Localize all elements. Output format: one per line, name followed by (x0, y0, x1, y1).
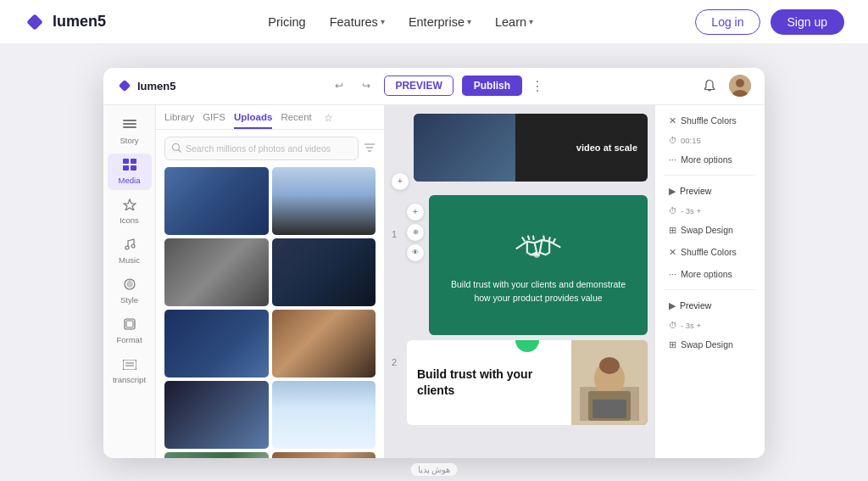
media-thumb-6[interactable] (272, 310, 376, 378)
swap-icon: ⊞ (669, 225, 676, 236)
more-options-btn-0[interactable]: ··· More options (664, 151, 756, 168)
swap-design-btn[interactable]: ⊞ Swap Design (664, 221, 756, 239)
preview-button[interactable]: PREVIEW (384, 76, 453, 96)
svg-rect-5 (123, 120, 136, 121)
sidebar-story-label: Story (120, 136, 138, 145)
slide-controls-0: + (392, 114, 409, 190)
editor-topbar: lumen5 ↩ ↪ PREVIEW Publish ⋮ (103, 68, 765, 105)
navbar-logo[interactable]: lumen5 (24, 11, 106, 33)
sidebar-transcript-label: transcript (113, 375, 146, 384)
tab-uploads[interactable]: Uploads (234, 112, 272, 129)
search-icon (172, 143, 181, 153)
preview-btn-1[interactable]: ▶ Preview (664, 182, 756, 200)
navbar-links: Pricing Features ▾ Enterprise ▾ Learn ▾ (268, 15, 533, 29)
sidebar-item-transcript[interactable]: transcript (108, 353, 152, 389)
slide-item-1: 1 + ⊕ 👁 (392, 195, 648, 335)
nav-learn[interactable]: Learn ▾ (495, 15, 533, 29)
media-thumb-8[interactable] (272, 381, 376, 449)
play-icon: ▶ (669, 186, 676, 197)
logo-icon (24, 11, 46, 33)
notifications-icon[interactable] (698, 75, 721, 97)
right-panel-section-0: ✕ Shuffle Colors ⏱ 00:15 ··· More option… (664, 112, 756, 168)
tab-recent[interactable]: Recent (281, 112, 311, 129)
right-panel-section-2: ▶ Preview ⏱ - 3s + ⊞ Swap Design (664, 297, 756, 354)
icons-icon (123, 199, 136, 214)
canvas-area: + video at scale 1 + (385, 105, 654, 458)
slide-item-0: + video at scale (392, 114, 648, 190)
media-thumb-10[interactable] (272, 452, 376, 458)
left-sidebar: Story Media Icons (103, 105, 156, 458)
media-thumb-1[interactable] (164, 167, 269, 235)
panel-divider-1 (664, 175, 756, 176)
sidebar-media-label: Media (119, 176, 141, 185)
slide-canvas-2[interactable]: Build trust with your clients (407, 340, 648, 425)
sidebar-item-icons[interactable]: Icons (108, 193, 152, 230)
slide-canvas-1[interactable]: Build trust with your clients and demons… (429, 195, 648, 335)
tab-gifs[interactable]: GIFS (203, 112, 225, 129)
tab-library[interactable]: Library (164, 112, 194, 129)
navbar-actions: Log in Sign up (695, 9, 844, 35)
nav-features[interactable]: Features ▾ (330, 15, 385, 29)
svg-rect-8 (123, 159, 129, 164)
slide-2-image (571, 340, 648, 425)
media-thumb-9[interactable] (164, 452, 269, 458)
media-thumb-2[interactable] (272, 167, 376, 235)
sidebar-item-format[interactable]: Format (108, 313, 152, 350)
media-search-area: Search millions of photos and videos (156, 130, 384, 167)
more-options-icon[interactable]: ⋮ (531, 78, 544, 94)
shuffle-colors-btn-0[interactable]: ✕ Shuffle Colors (664, 112, 756, 130)
sidebar-item-style[interactable]: Style (108, 273, 152, 310)
sidebar-item-media[interactable]: Media (108, 154, 152, 190)
more-options-btn-1[interactable]: ··· More options (664, 266, 756, 282)
slide-number-2: 2 (392, 340, 402, 367)
user-avatar[interactable] (729, 75, 751, 97)
media-grid (156, 167, 384, 458)
signup-button[interactable]: Sign up (771, 9, 844, 35)
shuffle-icon-0: ✕ (669, 115, 676, 126)
timer-2: ⏱ - 3s + (664, 319, 756, 332)
shuffle-colors-btn-1[interactable]: ✕ Shuffle Colors (664, 243, 756, 261)
slide-1-ctrl-2[interactable]: ⊕ (407, 224, 424, 241)
login-button[interactable]: Log in (695, 9, 760, 35)
sidebar-style-label: Style (120, 295, 138, 305)
swap-design-btn-2[interactable]: ⊞ Swap Design (664, 336, 756, 354)
timer-1: ⏱ - 3s + (664, 204, 756, 217)
editor-controls: ↩ ↪ PREVIEW Publish ⋮ (330, 76, 544, 96)
navbar-logo-text: lumen5 (53, 13, 106, 31)
svg-rect-10 (123, 165, 129, 171)
media-thumb-3[interactable] (164, 238, 269, 306)
sidebar-icons-label: Icons (120, 215, 139, 225)
svg-point-3 (736, 79, 744, 87)
more-icon-0: ··· (669, 154, 676, 165)
slide-canvas-0[interactable]: video at scale (414, 114, 648, 182)
right-panel: ✕ Shuffle Colors ⏱ 00:15 ··· More option… (654, 105, 765, 458)
bookmark-icon[interactable]: ☆ (324, 112, 333, 129)
undo-icon[interactable]: ↩ (330, 76, 348, 95)
sidebar-item-story[interactable]: Story (108, 114, 152, 150)
filter-icon[interactable] (364, 142, 376, 155)
preview-btn-2[interactable]: ▶ Preview (664, 297, 756, 315)
panel-divider-2 (664, 289, 756, 290)
slide-1-ctrl-1[interactable]: + (407, 204, 424, 221)
media-thumb-4[interactable] (272, 238, 376, 306)
media-thumb-7[interactable] (164, 381, 269, 449)
media-thumb-5[interactable] (164, 310, 269, 378)
svg-point-13 (125, 246, 129, 249)
publish-button[interactable]: Publish (462, 76, 522, 96)
svg-rect-18 (123, 360, 136, 370)
svg-point-32 (599, 357, 620, 374)
nav-enterprise[interactable]: Enterprise ▾ (409, 15, 471, 29)
transcript-icon (123, 358, 136, 373)
more-icon-1: ··· (669, 269, 676, 279)
nav-pricing[interactable]: Pricing (268, 15, 305, 29)
slide-strip: + video at scale 1 + (385, 105, 654, 458)
sidebar-item-music[interactable]: Music (108, 233, 152, 270)
svg-rect-1 (119, 80, 131, 92)
slide-add-btn[interactable]: + (392, 173, 409, 190)
features-chevron-icon: ▾ (381, 17, 385, 26)
music-icon (124, 238, 136, 254)
svg-point-21 (173, 144, 180, 151)
redo-icon[interactable]: ↪ (357, 76, 376, 95)
slide-1-ctrl-3[interactable]: 👁 (407, 244, 424, 261)
media-search-box[interactable]: Search millions of photos and videos (164, 137, 359, 160)
